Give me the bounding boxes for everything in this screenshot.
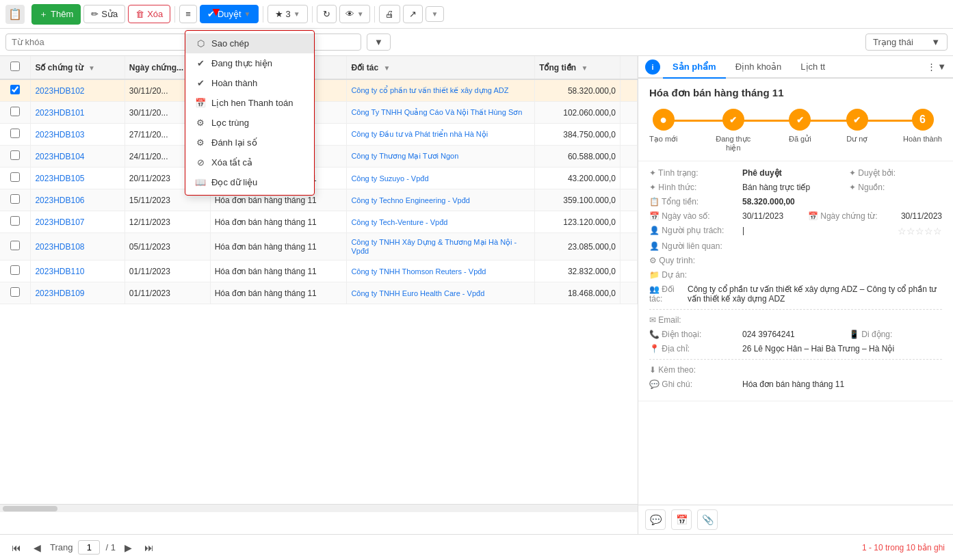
- detail-kem-theo: ⬇ Kèm theo:: [649, 365, 942, 375]
- first-page-button[interactable]: ⏮: [8, 541, 25, 555]
- row-checkbox-cell[interactable]: [0, 233, 31, 261]
- scroll-thumb[interactable]: [3, 506, 57, 511]
- status-select[interactable]: Trạng thái ▼: [865, 34, 948, 51]
- row-checkbox[interactable]: [10, 85, 20, 94]
- xoa-button[interactable]: 🗑 Xóa: [128, 5, 170, 23]
- detail-dia-chi: 📍 Địa chỉ: 26 Lê Ngọc Hân – Hai Bà Trưng…: [649, 344, 942, 354]
- star-count: 3: [286, 9, 291, 19]
- row-so-chung-tu[interactable]: 2023HDB103: [31, 124, 125, 146]
- page-number-input[interactable]: [78, 540, 100, 555]
- menu-item-lich-hen[interactable]: 📅 Lịch hen Thanh toán: [185, 93, 314, 113]
- row-so-chung-tu[interactable]: 2023HDB104: [31, 146, 125, 168]
- row-checkbox[interactable]: [10, 216, 20, 226]
- row-tong-tien: 23.085.000,0: [535, 233, 621, 261]
- tab-san-pham[interactable]: Sản phẩm: [663, 56, 726, 79]
- row-checkbox[interactable]: [10, 129, 20, 138]
- row-checkbox[interactable]: [10, 107, 20, 116]
- row-doi-tac[interactable]: Công ty TNHH Thomson Reuters - Vpđd: [347, 261, 535, 282]
- tab-dinh-khoan[interactable]: Định khoản: [726, 56, 792, 79]
- row-doi-tac[interactable]: Công ty cổ phần tư vấn thiết kế xây dựng…: [347, 79, 535, 102]
- menu-item-dang-thuc-hien[interactable]: ✔ Đang thực hiện: [185, 53, 314, 73]
- header-checkbox[interactable]: [0, 56, 31, 79]
- menu-item-hoan-thanh[interactable]: ✔ Hoàn thành: [185, 73, 314, 93]
- chevron-down-icon-search: ▼: [374, 37, 383, 47]
- row-doi-tac[interactable]: Công ty Suzuyo - Vpđd: [347, 168, 535, 189]
- row-doi-tac[interactable]: Công ty Tech-Venture - Vpđd: [347, 211, 535, 233]
- comment-icon[interactable]: 💬: [645, 509, 666, 530]
- star-rating[interactable]: ☆☆☆☆☆: [898, 226, 942, 237]
- row-so-chung-tu[interactable]: 2023HDB102: [31, 79, 125, 102]
- row-checkbox-cell[interactable]: [0, 189, 31, 211]
- divider-dashed: [649, 309, 942, 310]
- row-doi-tac[interactable]: Công ty Thương Mại Tươi Ngon: [347, 146, 535, 168]
- duyet-button[interactable]: ✔ Duyệt ▼: [200, 5, 259, 23]
- menu-item-loc-trung[interactable]: ⚙ Lọc trùng: [185, 113, 314, 133]
- row-checkbox[interactable]: [10, 172, 20, 182]
- share-button[interactable]: ↗: [403, 5, 423, 23]
- menu-item-sao-chep[interactable]: ⬡ Sao chép: [185, 34, 314, 53]
- filter-icon-so[interactable]: ▼: [88, 64, 95, 72]
- step-dang-thuc-hien: ✔ Đang thực hiện: [713, 109, 754, 152]
- them-button[interactable]: ＋ Thêm: [31, 4, 81, 25]
- tab-lich-tt[interactable]: Lịch tt: [791, 56, 835, 79]
- table-scroll[interactable]: Số chứng từ ▼ Ngày chứng... ▼ ▼ Đối tác …: [0, 56, 638, 504]
- last-page-button[interactable]: ⏭: [141, 541, 157, 555]
- email-label: ✉ Email:: [649, 315, 738, 325]
- select-all-checkbox[interactable]: [10, 62, 20, 71]
- tab-more[interactable]: ⋮ ▼: [927, 62, 946, 72]
- row-doi-tac[interactable]: Công ty TNHH Euro Health Care - Vpđd: [347, 282, 535, 304]
- row-so-chung-tu[interactable]: 2023HDB109: [31, 282, 125, 304]
- row-checkbox-cell[interactable]: [0, 282, 31, 304]
- row-checkbox-cell[interactable]: [0, 146, 31, 168]
- row-so-chung-tu[interactable]: 2023HDB110: [31, 261, 125, 282]
- row-action: [620, 233, 637, 261]
- row-doi-tac[interactable]: Công ty Techno Engineering - Vpđd: [347, 189, 535, 211]
- hamburger-button[interactable]: ≡: [179, 5, 197, 23]
- calendar-icon: 📅: [195, 98, 206, 108]
- filter-icon-doi-tac[interactable]: ▼: [383, 64, 390, 72]
- menu-item-xoa-tat-ca[interactable]: ⊘ Xóa tất cả: [185, 152, 314, 172]
- row-checkbox-cell[interactable]: [0, 79, 31, 102]
- menu-item-danh-lai-so[interactable]: ⚙ Đánh lại số: [185, 133, 314, 152]
- row-ten: Hóa đơn bán hàng tháng 11: [210, 233, 347, 261]
- ngay-chung-tu-label: 📅 Ngày chứng từ:: [808, 211, 897, 221]
- sua-button[interactable]: ✏ Sửa: [83, 5, 125, 23]
- row-checkbox-cell[interactable]: [0, 102, 31, 124]
- row-doi-tac[interactable]: Công Ty TNHH Quảng Cáo Và Nội Thất Hùng …: [347, 102, 535, 124]
- star-button[interactable]: ★ 3 ▼: [267, 5, 308, 23]
- refresh-button[interactable]: ↻: [317, 5, 337, 23]
- row-checkbox-cell[interactable]: [0, 124, 31, 146]
- prev-page-button[interactable]: ◀: [30, 541, 44, 555]
- row-doi-tac[interactable]: Công ty Đầu tư và Phát triển nhà Hà Nội: [347, 124, 535, 146]
- eye-button[interactable]: 👁 ▼: [339, 5, 370, 23]
- row-checkbox[interactable]: [10, 194, 20, 204]
- search-dropdown[interactable]: ▼: [367, 34, 391, 51]
- row-checkbox-cell[interactable]: [0, 211, 31, 233]
- row-so-chung-tu[interactable]: 2023HDB107: [31, 211, 125, 233]
- filter-icon-tong-tien[interactable]: ▼: [581, 64, 588, 72]
- attach-icon[interactable]: 📎: [697, 509, 718, 530]
- header-action: [620, 56, 637, 79]
- row-checkbox[interactable]: [10, 241, 20, 250]
- calendar-bottom-icon[interactable]: 📅: [671, 509, 692, 530]
- row-checkbox[interactable]: [10, 287, 20, 297]
- row-checkbox-cell[interactable]: [0, 261, 31, 282]
- row-doi-tac[interactable]: Công ty TNHH Xây Dựng & Thương Mại Hà Nộ…: [347, 233, 535, 261]
- more-button[interactable]: ▼: [426, 6, 445, 22]
- row-tong-tien: 43.200.000,0: [535, 168, 621, 189]
- menu-item-doc-du-lieu[interactable]: 📖 Đọc dữ liệu: [185, 172, 314, 192]
- row-so-chung-tu[interactable]: 2023HDB108: [31, 233, 125, 261]
- more-icon: ⋮: [927, 62, 936, 72]
- row-so-chung-tu[interactable]: 2023HDB105: [31, 168, 125, 189]
- row-checkbox-cell[interactable]: [0, 168, 31, 189]
- row-checkbox[interactable]: [10, 265, 20, 275]
- row-so-chung-tu[interactable]: 2023HDB106: [31, 189, 125, 211]
- scroll-x-bar[interactable]: [0, 504, 638, 512]
- row-tong-tien: 359.100.000,0: [535, 189, 621, 211]
- row-so-chung-tu[interactable]: 2023HDB101: [31, 102, 125, 124]
- toolbar: 📋 ＋ Thêm ✏ Sửa 🗑 Xóa ≡ ✔ Duyệt ▼ ★ 3 ▼: [0, 0, 953, 29]
- next-page-button[interactable]: ▶: [121, 541, 135, 555]
- row-checkbox[interactable]: [10, 150, 20, 160]
- duyet-dropdown-arrow: ▼: [244, 10, 251, 18]
- print-button[interactable]: 🖨: [379, 5, 400, 23]
